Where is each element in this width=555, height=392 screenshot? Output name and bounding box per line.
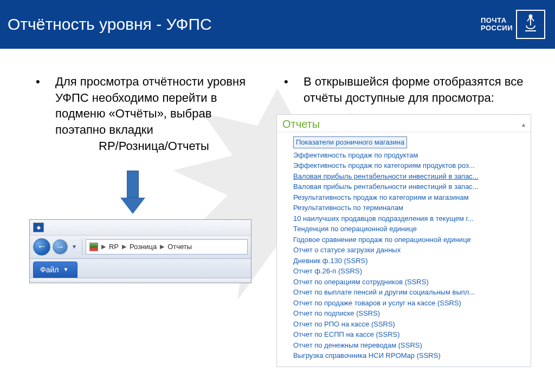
forward-button[interactable]: →	[53, 239, 68, 254]
report-link[interactable]: 10 наилучших продавцов подразделения в т…	[293, 213, 523, 224]
down-arrow-icon	[120, 171, 145, 214]
page-title: Отчётность уровня - УФПС	[8, 15, 212, 34]
report-link[interactable]: Годовое сравнение продаж по операционной…	[293, 234, 523, 245]
left-column: Для просмотра отчётности уровня УФПС нео…	[28, 74, 256, 367]
breadcrumb-item-2[interactable]: Розница	[130, 243, 157, 251]
report-link[interactable]: Эффективность продаж по продуктам	[293, 150, 523, 161]
chevron-right-icon: ▶	[160, 243, 164, 250]
nav-history-dropdown[interactable]: ▼	[70, 244, 79, 250]
header-bar: Отчётность уровня - УФПС ПОЧТА РОССИИ	[0, 0, 555, 49]
reports-title: Отчеты	[282, 118, 320, 130]
report-link[interactable]: Валовая прибыль рентабельности инвестици…	[293, 181, 523, 192]
report-link[interactable]: Отчет по подписке (SSRS)	[293, 308, 523, 319]
left-bullet-text: Для просмотра отчётности уровня УФПС нео…	[28, 74, 256, 138]
report-link[interactable]: Отчет по ЕСПП на кассе (SSRS)	[293, 329, 523, 340]
back-button[interactable]: ←	[33, 238, 50, 256]
reports-list: Показатели розничного магазина Эффективн…	[277, 132, 531, 367]
report-link[interactable]: Отчет по РПО на кассе (SSRS)	[293, 319, 523, 330]
chevron-right-icon: ▶	[101, 243, 106, 250]
reports-panel: Отчеты ▴ Показатели розничного магазина …	[276, 114, 531, 367]
right-bullet-text: В открывшейся форме отобразятся все отчё…	[276, 74, 537, 106]
file-tab[interactable]: Файл ▼	[33, 262, 78, 278]
nav-screenshot: ◈ ← → ▼ ▶ RP ▶ Розница ▶ Отчеты	[29, 219, 251, 283]
report-link[interactable]: Выгрузка справочника НСИ RPOMap (SSRS)	[293, 350, 523, 361]
collapse-icon[interactable]: ▴	[522, 121, 525, 128]
report-link[interactable]: Отчет по денежным переводам (SSRS)	[293, 340, 523, 351]
svg-point-0	[530, 15, 532, 17]
report-link[interactable]: Отчет ф.26-п (SSRS)	[293, 266, 523, 277]
report-link[interactable]: Дневник ф.130 (SSRS)	[293, 256, 523, 266]
right-column: В открывшейся форме отобразятся все отчё…	[276, 74, 537, 367]
report-link[interactable]: Отчет по выплате пенсий и другим социаль…	[293, 287, 523, 298]
logo: ПОЧТА РОССИИ	[481, 10, 545, 39]
menu-path: RP/Розница/Отчеты	[28, 139, 256, 153]
chevron-right-icon: ▶	[122, 243, 126, 250]
report-link[interactable]: Валовая прибыль рентабельности инвестици…	[293, 171, 523, 182]
app-icon: ◈	[33, 223, 44, 232]
logo-emblem-icon	[516, 10, 545, 39]
breadcrumb-item-1[interactable]: RP	[109, 243, 119, 251]
report-link[interactable]: Эффективность продаж по категориям проду…	[293, 160, 523, 171]
report-link[interactable]: Результативность по терминалам	[293, 202, 523, 213]
breadcrumb-root-icon	[89, 243, 98, 251]
breadcrumb[interactable]: ▶ RP ▶ Розница ▶ Отчеты	[86, 239, 248, 254]
report-link[interactable]: Отчет по продаже товаров и услуг на касс…	[293, 298, 523, 309]
chevron-down-icon: ▼	[63, 266, 68, 272]
report-link[interactable]: Тенденция по операционной единице	[293, 224, 523, 234]
report-link[interactable]: Показатели розничного магазина	[293, 136, 407, 148]
breadcrumb-item-3[interactable]: Отчеты	[167, 243, 192, 251]
report-link[interactable]: Отчет по операциям сотрудников (SSRS)	[293, 277, 523, 288]
logo-text: ПОЧТА РОССИИ	[481, 17, 513, 32]
report-link[interactable]: Отчет о статусе загрузки данных	[293, 245, 523, 256]
report-link[interactable]: Результативность продаж по категориям и …	[293, 192, 523, 203]
